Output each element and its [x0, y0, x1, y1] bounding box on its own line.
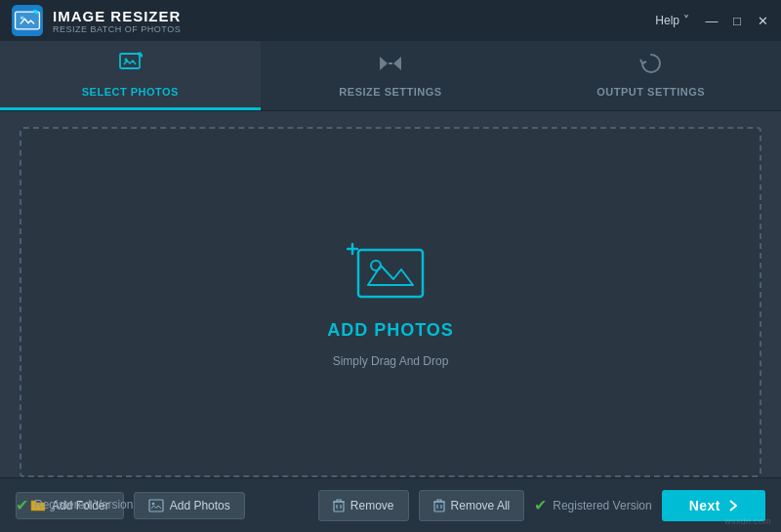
svg-point-14 [151, 502, 154, 505]
tab-output-settings[interactable]: OUTPUT SETTINGS [520, 41, 781, 110]
svg-point-3 [21, 17, 24, 20]
svg-rect-1 [16, 12, 40, 29]
svg-marker-7 [393, 57, 401, 70]
trash-icon [333, 499, 345, 512]
bottom-right-buttons: Remove Remove All ✔ Registered Version N… [318, 490, 765, 521]
titlebar: IMAGE RESIZER RESIZE BATCH OF PHOTOS Hel… [0, 0, 781, 41]
resize-settings-icon [378, 51, 403, 80]
svg-rect-9 [358, 250, 423, 297]
next-button[interactable]: Next [662, 490, 765, 521]
svg-rect-13 [149, 500, 163, 512]
tab-output-settings-label: OUTPUT SETTINGS [596, 86, 705, 98]
registered-overlay-text: Registered Version [34, 498, 133, 512]
minimize-button[interactable]: — [705, 14, 719, 28]
check-icon: ✔ [534, 496, 547, 514]
add-photos-label-btn: Add Photos [170, 499, 230, 512]
add-photos-icon [347, 236, 434, 307]
app-title-block: IMAGE RESIZER RESIZE BATCH OF PHOTOS [53, 8, 181, 34]
add-photos-label: ADD PHOTOS [327, 320, 454, 341]
registered-text: Registered Version [553, 499, 651, 512]
remove-button[interactable]: Remove [318, 490, 409, 521]
remove-all-button[interactable]: Remove All [419, 490, 525, 521]
app-icon [12, 5, 43, 36]
main-content: ADD PHOTOS Simply Drag And Drop [0, 111, 781, 477]
tab-resize-settings[interactable]: RESIZE SETTINGS [261, 41, 521, 110]
close-button[interactable]: ✕ [756, 14, 769, 28]
help-button[interactable]: Help ˅ [655, 14, 689, 27]
registered-overlay: ✔ Registered Version [16, 477, 133, 532]
registered-check-icon: ✔ [16, 496, 28, 514]
tab-select-photos[interactable]: SELECT PHOTOS [0, 41, 261, 110]
next-arrow-icon [728, 499, 738, 512]
svg-rect-15 [334, 502, 344, 512]
add-photos-sublabel: Simply Drag And Drop [333, 354, 449, 368]
svg-marker-6 [380, 57, 388, 70]
output-settings-icon [638, 51, 664, 80]
select-photos-icon [117, 51, 143, 80]
svg-rect-4 [120, 54, 140, 68]
tab-select-photos-label: SELECT PHOTOS [82, 86, 179, 98]
app-title: IMAGE RESIZER [53, 8, 181, 24]
maximize-button[interactable]: □ [730, 14, 744, 28]
svg-rect-19 [434, 502, 444, 512]
registered-status: ✔ Registered Version [534, 490, 651, 521]
tab-resize-settings-label: RESIZE SETTINGS [339, 86, 441, 98]
photo-icon [148, 499, 164, 512]
titlebar-left: IMAGE RESIZER RESIZE BATCH OF PHOTOS [12, 5, 181, 36]
add-photos-button[interactable]: Add Photos [134, 492, 245, 519]
remove-label: Remove [350, 499, 394, 512]
titlebar-right: Help ˅ — □ ✕ [655, 14, 769, 28]
remove-all-label: Remove All [451, 499, 511, 512]
svg-point-10 [371, 261, 381, 270]
registered-label-block: ✔ Registered Version [534, 496, 651, 514]
app-subtitle: RESIZE BATCH OF PHOTOS [53, 24, 181, 34]
window-controls: — □ ✕ [705, 14, 769, 28]
next-label: Next [689, 498, 720, 513]
dropzone[interactable]: ADD PHOTOS Simply Drag And Drop [20, 127, 761, 477]
tab-bar: SELECT PHOTOS RESIZE SETTINGS OUTPUT SET… [0, 41, 781, 111]
svg-point-5 [125, 59, 128, 61]
trash-all-icon [433, 499, 445, 512]
